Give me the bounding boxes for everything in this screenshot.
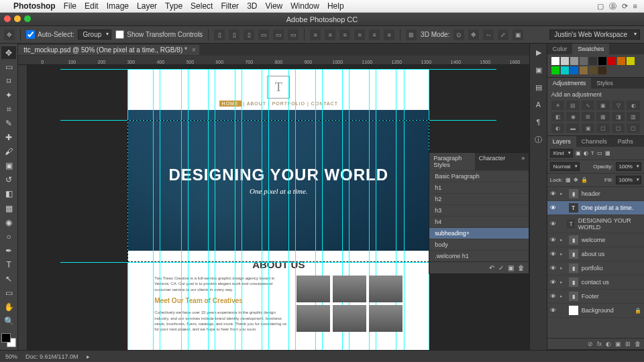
window-controls[interactable]: [4, 15, 31, 22]
paragraph-styles-panel[interactable]: Paragraph Styles Character » Basic Parag…: [429, 152, 529, 274]
stamp-tool[interactable]: ▣: [1, 160, 16, 172]
lock-position-icon[interactable]: ✥: [574, 177, 578, 183]
pstyle-subheading[interactable]: subheading+: [429, 227, 529, 239]
visibility-icon[interactable]: 👁: [550, 251, 557, 257]
clear-override-icon[interactable]: ↶: [489, 264, 494, 272]
distribute-6-icon[interactable]: ≡: [384, 29, 394, 40]
pstyle-body[interactable]: body: [429, 239, 529, 250]
layer-row[interactable]: 👁TOne pixel at a time.: [547, 201, 644, 215]
adj-hue-icon[interactable]: ◐: [627, 101, 640, 110]
adj-photo-filter-icon[interactable]: ◉: [566, 112, 580, 121]
visibility-icon[interactable]: 👁: [550, 293, 557, 300]
app-name[interactable]: Photoshop: [13, 1, 56, 11]
adj-channel-mixer-icon[interactable]: ⊞: [582, 112, 595, 121]
visibility-icon[interactable]: 👁: [550, 237, 557, 243]
menu-view[interactable]: View: [265, 1, 282, 11]
layer-row[interactable]: 👁TDESIGNING YOUR WORLD: [547, 215, 644, 233]
new-layer-icon[interactable]: ⊞: [625, 341, 631, 347]
visibility-icon[interactable]: 👁: [550, 221, 556, 227]
distribute-3-icon[interactable]: ≡: [339, 29, 350, 40]
link-layers-icon[interactable]: ⊘: [588, 341, 593, 347]
fg-color-swatch[interactable]: [1, 333, 11, 343]
layer-row[interactable]: 👁▸▮portfolio: [547, 261, 644, 276]
adj-posterize-icon[interactable]: ▥: [627, 112, 640, 121]
paragraph-icon[interactable]: ¶: [533, 116, 545, 128]
adobe-cc-icon[interactable]: ▢: [597, 2, 604, 11]
eraser-tool[interactable]: ◧: [1, 188, 16, 200]
new-style-icon[interactable]: ▣: [508, 264, 514, 272]
layer-row[interactable]: 👁▸▮about us: [547, 247, 644, 261]
move-tool-icon[interactable]: ✥: [4, 29, 15, 40]
visibility-icon[interactable]: 👁: [550, 279, 557, 286]
delete-style-icon[interactable]: 🗑: [518, 264, 525, 272]
align-bottom-icon[interactable]: ▭: [288, 29, 299, 40]
layer-row[interactable]: 👁▸▮contact us: [547, 276, 644, 290]
pstyle-h4[interactable]: h4: [429, 216, 529, 227]
layer-mask-icon[interactable]: ◐: [606, 341, 611, 347]
blend-mode-dropdown[interactable]: Normal: [550, 162, 580, 171]
layer-row[interactable]: 👁Background🔒: [547, 304, 644, 318]
opacity-value[interactable]: 100%: [616, 162, 641, 171]
workspace-dropdown[interactable]: Justin's Web Workspace: [549, 29, 640, 40]
expand-icon[interactable]: ▸: [560, 251, 566, 257]
fill-value[interactable]: 100%: [616, 176, 641, 184]
zoom-icon[interactable]: [24, 15, 31, 22]
tab-styles[interactable]: Styles: [591, 78, 619, 88]
visibility-icon[interactable]: 👁: [550, 265, 557, 272]
expand-icon[interactable]: ▸: [560, 191, 566, 196]
menu-image[interactable]: Image: [107, 1, 129, 11]
gradient-tool[interactable]: ▦: [1, 202, 16, 215]
distribute-v-icon[interactable]: ≡: [325, 29, 335, 40]
tab-paragraph-styles[interactable]: Paragraph Styles: [429, 153, 474, 170]
lock-all-icon[interactable]: 🔒: [581, 177, 588, 183]
filter-smart-icon[interactable]: ▦: [605, 150, 610, 156]
dodge-tool[interactable]: ○: [1, 230, 16, 243]
align-middle-icon[interactable]: ▭: [273, 29, 284, 40]
layer-filter-dropdown[interactable]: Kind: [550, 149, 573, 158]
behance-icon[interactable]: Ⓑ: [609, 1, 616, 11]
canvas[interactable]: T HOME | ABOUT | PORTFOLIO | CONTACT DES…: [127, 69, 429, 350]
eyedropper-tool[interactable]: ✎: [1, 117, 16, 129]
adj-more2-icon[interactable]: ▢: [612, 123, 625, 133]
wand-tool[interactable]: ✦: [1, 88, 16, 101]
pstyle-basic[interactable]: Basic Paragraph: [429, 170, 529, 182]
shape-tool[interactable]: ▭: [1, 287, 16, 300]
adj-gradient-map-icon[interactable]: ▬: [566, 123, 580, 133]
auto-select-checkbox[interactable]: Auto-Select:: [26, 30, 74, 39]
tab-character-styles[interactable]: Character: [475, 153, 510, 170]
menu-window[interactable]: Window: [290, 1, 319, 11]
zoom-level[interactable]: 50%: [5, 353, 17, 360]
path-tool[interactable]: ↖: [1, 273, 16, 286]
pstyle-h3[interactable]: h3: [429, 204, 529, 216]
canvas-area[interactable]: T HOME | ABOUT | PORTFOLIO | CONTACT DES…: [28, 65, 529, 350]
3d-slide-icon[interactable]: ↔: [483, 29, 494, 40]
expand-icon[interactable]: ▸: [560, 280, 566, 285]
adj-color-lookup-icon[interactable]: ▦: [596, 112, 610, 121]
expand-icon[interactable]: ▸: [560, 237, 566, 243]
distribute-4-icon[interactable]: ≡: [354, 29, 365, 40]
delete-layer-icon[interactable]: 🗑: [635, 341, 641, 347]
tab-color[interactable]: Color: [547, 44, 573, 54]
menubar-extra-icon[interactable]: ≡: [633, 2, 637, 10]
auto-select-dropdown[interactable]: Group: [78, 29, 111, 40]
adj-brightness-icon[interactable]: ☀: [551, 101, 565, 110]
adj-threshold-icon[interactable]: ◐: [551, 123, 565, 133]
close-icon[interactable]: [4, 15, 11, 22]
layer-row[interactable]: 👁▸▮Footer: [547, 290, 644, 304]
distribute-h-icon[interactable]: ≡: [310, 29, 321, 40]
minimize-icon[interactable]: [14, 15, 21, 22]
color-swatches[interactable]: [1, 333, 16, 347]
menu-3d[interactable]: 3D: [247, 1, 257, 11]
blur-tool[interactable]: ◉: [1, 216, 16, 229]
layer-row[interactable]: 👁▸▮welcome: [547, 233, 644, 247]
3d-pan-icon[interactable]: ✥: [468, 29, 479, 40]
menu-file[interactable]: File: [64, 1, 76, 11]
panel-menu-icon[interactable]: »: [517, 153, 529, 170]
visibility-icon[interactable]: 👁: [550, 307, 557, 314]
swatches-grid[interactable]: [551, 57, 640, 74]
lock-pixels-icon[interactable]: ▦: [566, 177, 571, 183]
status-chevron-icon[interactable]: ▸: [87, 353, 90, 360]
visibility-icon[interactable]: 👁: [550, 190, 557, 197]
actions-icon[interactable]: ▤: [533, 81, 545, 93]
visibility-icon[interactable]: 👁: [550, 204, 557, 211]
